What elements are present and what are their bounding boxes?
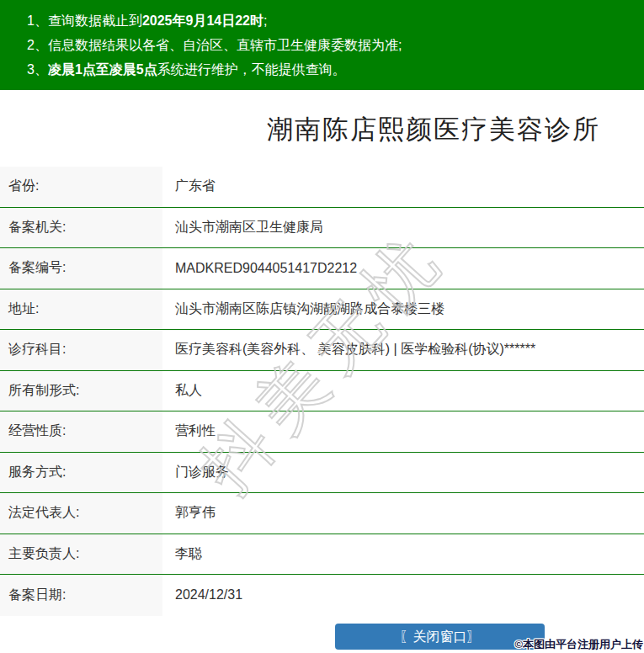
- notice-1-bold: 2025年9月14日22时: [142, 13, 263, 28]
- table-row-record-date: 备案日期: 2024/12/31: [0, 575, 644, 616]
- table-row-treatment-subjects: 诊疗科目: 医疗美容科(美容外科、 美容皮肤科) | 医学检验科(协议)****…: [0, 330, 644, 371]
- table-row-record-number: 备案编号: MADKRED9044051417D2212: [0, 248, 644, 289]
- info-table: 省份: 广东省 备案机关: 汕头市潮南区卫生健康局 备案编号: MADKRED9…: [0, 167, 644, 616]
- table-row-province: 省份: 广东省: [0, 167, 644, 208]
- table-row-service-mode: 服务方式: 门诊服务: [0, 453, 644, 494]
- table-row-main-person-in-charge: 主要负责人: 李聪: [0, 534, 644, 576]
- close-window-button[interactable]: 〖关闭窗口〗: [335, 624, 545, 650]
- row-value: 门诊服务: [162, 453, 644, 493]
- notice-3-text: 3、: [27, 62, 48, 77]
- row-label: 地址:: [0, 289, 162, 330]
- row-value: 2024/12/31: [162, 575, 644, 616]
- table-row-legal-representative: 法定代表人: 郭亨伟: [0, 493, 644, 534]
- row-value: 李聪: [162, 534, 644, 575]
- row-value: 营利性: [162, 411, 644, 452]
- notice-1-text: 1、查询数据截止到: [27, 13, 142, 28]
- notice-line-1: 1、查询数据截止到2025年9月14日22时;: [0, 8, 644, 33]
- table-row-ownership-form: 所有制形式: 私人: [0, 371, 644, 412]
- row-value: 汕头市潮南区卫生健康局: [162, 208, 644, 248]
- row-label: 服务方式:: [0, 453, 162, 493]
- row-label: 备案编号:: [0, 248, 162, 289]
- notice-line-2: 2、信息数据结果以各省、自治区、直辖市卫生健康委数据为准;: [0, 33, 644, 57]
- row-label: 备案日期:: [0, 575, 162, 616]
- notice-banner: 1、查询数据截止到2025年9月14日22时; 2、信息数据结果以各省、自治区、…: [0, 0, 644, 90]
- row-label: 诊疗科目:: [0, 330, 162, 370]
- table-row-record-authority: 备案机关: 汕头市潮南区卫生健康局: [0, 208, 644, 249]
- notice-3-bold: 凌晨1点至凌晨5点: [48, 62, 157, 77]
- row-label: 省份:: [0, 167, 162, 207]
- row-value: 郭亨伟: [162, 493, 644, 534]
- row-value: 私人: [162, 371, 644, 411]
- row-value: 医疗美容科(美容外科、 美容皮肤科) | 医学检验科(协议)******: [162, 330, 644, 370]
- upload-credit: ©本图由平台注册用户上传: [514, 637, 643, 652]
- row-value: MADKRED9044051417D2212: [162, 248, 644, 289]
- row-label: 主要负责人:: [0, 534, 162, 575]
- table-row-address: 地址: 汕头市潮南区陈店镇沟湖靓湖路成合泰楼三楼: [0, 289, 644, 331]
- notice-2-text: 2、信息数据结果以各省、自治区、直辖市卫生健康委数据为准;: [27, 38, 402, 52]
- page-title: 潮南陈店熙颜医疗美容诊所: [0, 90, 644, 167]
- notice-line-3: 3、凌晨1点至凌晨5点系统进行维护，不能提供查询。: [0, 57, 644, 82]
- row-value: 汕头市潮南区陈店镇沟湖靓湖路成合泰楼三楼: [162, 289, 644, 330]
- row-label: 备案机关:: [0, 208, 162, 248]
- row-label: 法定代表人:: [0, 493, 162, 534]
- row-label: 经营性质:: [0, 411, 162, 452]
- notice-3-suffix: 系统进行维护，不能提供查询。: [157, 62, 346, 77]
- notice-1-suffix: ;: [263, 13, 267, 28]
- table-row-business-nature: 经营性质: 营利性: [0, 411, 644, 453]
- row-label: 所有制形式:: [0, 371, 162, 411]
- row-value: 广东省: [162, 167, 644, 207]
